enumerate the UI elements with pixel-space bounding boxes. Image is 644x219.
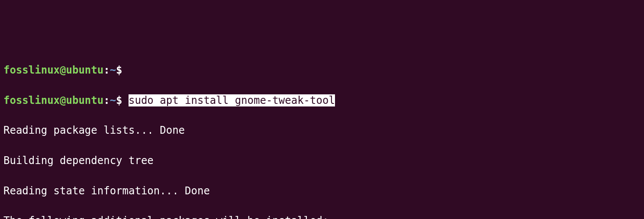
prompt-path: ~ [110, 64, 116, 76]
output-line: Reading state information... Done [3, 184, 641, 199]
command-highlighted[interactable]: sudo apt install gnome-tweak-tool [129, 94, 335, 106]
prompt-line-1: fosslinux@ubuntu:~$ [3, 63, 641, 78]
output-line: Building dependency tree [3, 153, 641, 168]
prompt-user: fosslinux@ubuntu [3, 64, 103, 76]
prompt-line-2: fosslinux@ubuntu:~$ sudo apt install gno… [3, 93, 641, 108]
prompt-dollar: $ [116, 64, 122, 76]
prompt-path: ~ [110, 94, 116, 106]
prompt-colon: : [103, 94, 109, 106]
output-line: The following additional packages will b… [3, 213, 641, 219]
command-empty[interactable] [122, 64, 129, 76]
prompt-colon: : [103, 64, 109, 76]
output-line: Reading package lists... Done [3, 123, 641, 138]
prompt-user: fosslinux@ubuntu [3, 94, 103, 106]
prompt-dollar: $ [116, 94, 122, 106]
